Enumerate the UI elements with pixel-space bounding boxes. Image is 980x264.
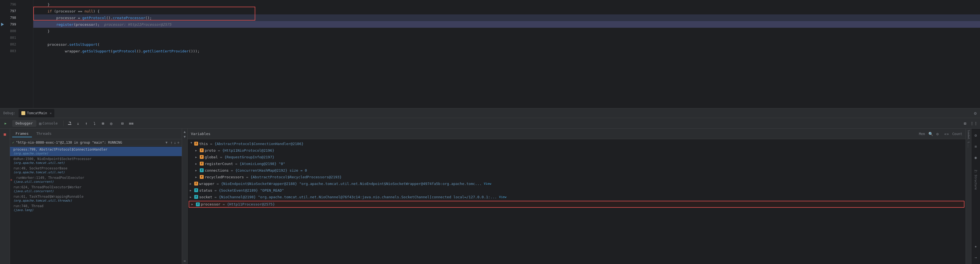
var-name-processor: processor [201, 202, 220, 206]
frame-item-3[interactable]: ⚙ runWorker:1149, ThreadPoolExecutor (ja… [10, 175, 182, 184]
resume-button[interactable]: ▶ [2, 120, 9, 127]
frame-name-6: run:748, Thread [13, 204, 178, 208]
expand-wrapper-arrow: ▶ [190, 182, 193, 185]
frame-item-2[interactable]: run:49, SocketProcessorBase (org.apache.… [10, 165, 182, 175]
frame-name-3: runWorker:1149, ThreadPoolExecutor [13, 176, 178, 180]
arrow-side-icon[interactable]: → [971, 253, 980, 262]
gutter-line-796: 796 [0, 1, 19, 8]
frame-name-5: run:61, TaskThread$WrappingRunnable [13, 195, 178, 199]
var-item-wrapper[interactable]: ▶ f wrapper = {NioEndpoint$NioSocketWrap… [188, 180, 966, 187]
var-value-wrapper: {NioEndpoint$NioSocketWrapper@2188} "org… [221, 181, 482, 186]
gutter-line-800: 800 [0, 28, 19, 34]
frame-item-5[interactable]: run:61, TaskThread$WrappingRunnable (org… [10, 194, 182, 203]
var-name-recycledProcessors: recycledProcessors [205, 175, 244, 179]
console-icon: ▤ [39, 121, 41, 126]
settings-side-icon[interactable]: ⚙ [971, 131, 980, 140]
tab-debugger[interactable]: Debugger [12, 120, 37, 127]
tab-threads[interactable]: Threads [33, 130, 55, 137]
thread-expand-dropdown[interactable]: ▼ [165, 141, 167, 145]
search-vars-icon[interactable]: 🔍 [928, 132, 933, 136]
camera-side-icon[interactable]: ◉ [971, 153, 980, 162]
star-side-icon[interactable]: ★ [971, 242, 980, 251]
watch-button[interactable]: ◎ [107, 119, 115, 127]
frame-name-2: run:49, SocketProcessorBase [13, 166, 178, 170]
debugger-toolbar: ▶ Debugger ▤ Console ↓ ↑ ⤵ ⊞ ◎ [0, 118, 980, 129]
var-item-proto[interactable]: ▶ f proto = {Http11NioProtocol@2196} [188, 147, 966, 154]
var-value-this: {AbstractProtocol$ConnectionHandler@2186… [215, 142, 304, 146]
debug-tab-close[interactable]: × [50, 111, 52, 115]
var-item-registerCount[interactable]: ▶ f registerCount = {AtomicLong@2198} "0… [188, 160, 966, 167]
code-line-798: processor = getProtocol().createProcesso… [33, 14, 980, 21]
count-label: Count [952, 132, 962, 136]
var-value-processor: {Http11Processor@2575} [227, 202, 275, 206]
view-link-wrapper[interactable]: View [484, 182, 492, 186]
frame-location-4: (java.util.concurrent) [13, 189, 178, 193]
structure-side-icon[interactable]: ≡ [971, 142, 980, 151]
var-item-global[interactable]: ▶ f global = {RequestGroupInfo@2197} [188, 154, 966, 160]
code-line-797: if (processor == null) { [33, 8, 980, 14]
step-controls: ↓ ↑ ⤵ ⊞ ◎ [66, 119, 115, 127]
table-view-button[interactable]: ⊟ [118, 119, 126, 127]
var-item-status[interactable]: ▶ f status = {SocketEvent@2189} "OPEN_RE… [188, 187, 966, 194]
var-item-socket[interactable]: ▶ f socket = {NioChannel@2190} "org.apac… [188, 194, 966, 200]
svg-rect-0 [68, 124, 71, 125]
var-value-status: {SocketEvent@2189} "OPEN_READ" [219, 188, 284, 192]
evaluate-button[interactable]: ⊞ [99, 119, 107, 127]
var-name-socket: socket [199, 195, 212, 199]
step-into-button[interactable]: ↓ [74, 119, 82, 127]
stop-button[interactable]: ■ [2, 131, 8, 138]
z-structure-label[interactable]: Z: Structure [974, 170, 977, 190]
var-value-recycledProcessors: {AbstractProtocol$RecycledProcessors@219… [251, 175, 342, 179]
expand-panel-icon[interactable]: «» [944, 132, 949, 136]
var-value-global: {RequestGroupInfo@2197} [224, 155, 274, 159]
more-btn[interactable]: ∞ [184, 259, 186, 263]
variables-list: ▶ f this = {AbstractProtocol$ConnectionH… [188, 139, 966, 264]
variables-title: Variables [191, 132, 210, 136]
var-name-connections: connections [205, 168, 229, 172]
var-name-proto: proto [205, 148, 216, 153]
side-panel-icons: ⚙ ≡ ◉ Z: Structure ★ → [971, 129, 980, 264]
tab-console[interactable]: ▤ Console [37, 120, 60, 127]
frame-name-0: process:799, AbstractProtocol$Connection… [13, 148, 178, 151]
variables-panel: Variables Mem 🔍 ⚙ «» Count ▶ f this = [188, 129, 966, 264]
gutter-line-801: 801 [0, 34, 19, 41]
view-link-socket[interactable]: View [499, 195, 507, 199]
expand-socket-arrow: ▶ [190, 196, 193, 199]
gutter-line-799: 799 [0, 21, 19, 28]
thread-add-button[interactable]: + [177, 140, 180, 145]
left-vertical-toolbar: ■ [0, 129, 10, 264]
var-item-processor[interactable]: ▶ f processor = {Http11Processor@2575} [189, 201, 964, 208]
frame-item-0[interactable]: process:799, AbstractProtocol$Connection… [10, 147, 182, 156]
expand-registerCount-arrow: ▶ [195, 162, 199, 165]
var-item-connections[interactable]: ▶ f connections = {ConcurrentHashMap@219… [188, 167, 966, 173]
thread-down-button[interactable]: ↓ [174, 140, 176, 145]
gutter-line-797: 797 [0, 8, 19, 14]
scroll-down-btn[interactable]: ▼ [184, 135, 186, 138]
code-line-802: processor.setSslSupport( [33, 41, 980, 48]
code-line-799: register(processor); processor: Http11Pr… [33, 21, 980, 28]
var-name-status: status [199, 188, 212, 192]
settings-gear-icon[interactable]: ⚙ [974, 111, 977, 116]
scroll-up-btn[interactable]: ▲ [184, 130, 186, 134]
field-icon-recycledProcessors: f [200, 175, 204, 179]
tab-frames[interactable]: Frames [12, 130, 32, 137]
field-icon-connections: f [200, 168, 204, 172]
step-out-button[interactable]: ↑ [83, 119, 90, 127]
mem-label: Mem [919, 132, 925, 136]
frame-item-4[interactable]: run:624, ThreadPoolExecutor$Worker (java… [10, 184, 182, 194]
restore-layout-button[interactable]: ⊡ [961, 119, 969, 127]
thread-up-button[interactable]: ↑ [170, 140, 173, 145]
frame-item-6[interactable]: run:748, Thread (java.lang) [10, 203, 182, 213]
run-to-cursor-button[interactable]: ⤵ [91, 119, 99, 127]
debug-tab-tomcatmain[interactable]: TomcatMain × [19, 109, 54, 117]
frame-location-2: (org.apache.tomcat.util.net) [13, 170, 178, 174]
vars-settings-icon[interactable]: ⚙ [936, 132, 939, 136]
more-debug-options[interactable]: ⋮⋮ [970, 119, 978, 127]
step-over-button[interactable] [66, 119, 73, 127]
frame-item-1[interactable]: doRun:1500, NioEndpoint$SocketProcessor … [10, 156, 182, 165]
expand-this-arrow: ▶ [190, 142, 193, 145]
var-item-recycledProcessors[interactable]: ▶ f recycledProcessors = {AbstractProtoc… [188, 173, 966, 180]
var-item-this[interactable]: ▶ f this = {AbstractProtocol$ConnectionH… [188, 140, 966, 147]
field-icon-processor: f [196, 202, 200, 206]
more-options-button[interactable]: ≡≡ [127, 119, 135, 127]
